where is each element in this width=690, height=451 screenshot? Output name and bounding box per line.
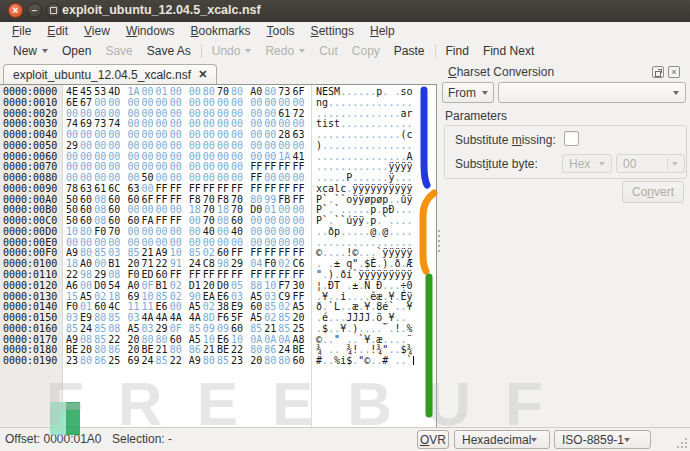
- hex-byte[interactable]: 00: [250, 98, 262, 109]
- hex-byte[interactable]: 00: [170, 98, 182, 109]
- hex-byte[interactable]: 24: [141, 356, 153, 367]
- toolbar-find-next-button[interactable]: Find Next: [476, 42, 541, 60]
- hex-byte[interactable]: 00: [94, 98, 106, 109]
- hex-byte[interactable]: 25: [108, 356, 120, 367]
- ascii-char[interactable]: .: [406, 204, 412, 215]
- hex-byte[interactable]: 09: [203, 324, 215, 335]
- hex-byte[interactable]: 00: [231, 98, 243, 109]
- toolbar-new-button[interactable]: New: [6, 42, 55, 60]
- ascii-char[interactable]: ¥: [406, 301, 412, 312]
- ascii-char[interactable]: .: [406, 97, 412, 108]
- substitute-missing-checkbox[interactable]: [564, 131, 579, 146]
- hex-byte[interactable]: 60: [292, 356, 304, 367]
- hex-byte[interactable]: 00: [189, 98, 201, 109]
- ascii-char[interactable]: c: [406, 129, 412, 140]
- hex-byte[interactable]: 20: [250, 356, 262, 367]
- hex-byte[interactable]: 00: [203, 141, 215, 152]
- hex-byte[interactable]: 88: [250, 281, 262, 292]
- ascii-char[interactable]: ÿ: [406, 194, 412, 205]
- hex-byte[interactable]: 85: [278, 324, 290, 335]
- resize-grip[interactable]: [677, 438, 687, 448]
- hex-byte[interactable]: 00: [141, 141, 153, 152]
- hex-byte[interactable]: 85: [94, 324, 106, 335]
- ascii-char[interactable]: .: [406, 226, 412, 237]
- ascii-char[interactable]: ÿ: [406, 247, 412, 258]
- ascii-char[interactable]: r: [406, 108, 412, 119]
- hex-byte[interactable]: 00: [127, 98, 139, 109]
- window-maximize-button[interactable]: [46, 3, 61, 18]
- hex-byte[interactable]: 00: [278, 98, 290, 109]
- hex-byte[interactable]: 00: [264, 141, 276, 152]
- hex-byte[interactable]: 00: [156, 141, 168, 152]
- hex-byte[interactable]: 22: [170, 356, 182, 367]
- toolbar-open-button[interactable]: Open: [55, 42, 98, 60]
- hex-byte[interactable]: 80: [80, 356, 92, 367]
- overwrite-mode-button[interactable]: OVR: [417, 430, 449, 449]
- hex-byte[interactable]: 00: [217, 141, 229, 152]
- menu-tools[interactable]: Tools: [259, 23, 303, 39]
- ascii-char[interactable]: ÿ: [406, 183, 412, 194]
- hex-byte[interactable]: 08: [108, 324, 120, 335]
- toolbar-save-as-button[interactable]: Save As: [140, 42, 198, 60]
- menu-windows[interactable]: Windows: [118, 23, 183, 39]
- hex-byte[interactable]: D0: [94, 281, 106, 292]
- hex-byte[interactable]: 05: [231, 281, 243, 292]
- hex-byte[interactable]: 29: [156, 324, 168, 335]
- toolbar-find-button[interactable]: Find: [439, 42, 476, 60]
- hex-byte[interactable]: 00: [250, 141, 262, 152]
- hex-byte[interactable]: A5: [127, 324, 139, 335]
- hex-byte[interactable]: 60: [231, 324, 243, 335]
- value-coding-select[interactable]: Hexadecimal: [454, 430, 550, 449]
- ascii-char[interactable]: ¾: [406, 344, 412, 355]
- ascii-char[interactable]: ¨: [406, 334, 412, 345]
- ascii-char[interactable]: ÿ: [406, 269, 412, 280]
- hex-byte[interactable]: 00: [94, 141, 106, 152]
- hex-byte[interactable]: 00: [80, 141, 92, 152]
- hex-byte[interactable]: A6: [66, 281, 78, 292]
- hex-byte[interactable]: 00: [156, 98, 168, 109]
- hex-byte[interactable]: 80: [278, 356, 290, 367]
- ascii-char[interactable]: .: [406, 118, 412, 129]
- hex-byte[interactable]: 00: [189, 141, 201, 152]
- hex-byte[interactable]: 86: [94, 356, 106, 367]
- hex-byte[interactable]: 80: [264, 356, 276, 367]
- hex-editor-view[interactable]: 0000:00004E45534D1A00010000807080A080736…: [0, 84, 437, 428]
- panel-close-icon[interactable]: ×: [668, 66, 680, 78]
- hex-byte[interactable]: 67: [80, 98, 92, 109]
- hex-byte[interactable]: 85: [66, 324, 78, 335]
- menu-bookmarks[interactable]: Bookmarks: [183, 23, 259, 39]
- ascii-char[interactable]: A: [406, 151, 412, 162]
- hex-byte[interactable]: 23: [66, 356, 78, 367]
- ascii-char[interactable]: [406, 312, 412, 323]
- ascii-char[interactable]: 0: [406, 280, 412, 291]
- hex-byte[interactable]: 29: [66, 141, 78, 152]
- hex-byte[interactable]: 00: [141, 98, 153, 109]
- hex-byte[interactable]: 00: [127, 141, 139, 152]
- hex-byte[interactable]: 0F: [170, 324, 182, 335]
- hex-byte[interactable]: 85: [250, 324, 262, 335]
- hex-byte[interactable]: 03: [141, 324, 153, 335]
- hex-byte[interactable]: A0: [127, 281, 139, 292]
- hex-byte[interactable]: 00: [80, 281, 92, 292]
- hex-byte[interactable]: 09: [217, 324, 229, 335]
- hex-byte[interactable]: D1: [189, 281, 201, 292]
- ascii-char[interactable]: .: [406, 237, 412, 248]
- hex-byte[interactable]: 85: [217, 356, 229, 367]
- hex-byte[interactable]: 00: [108, 141, 120, 152]
- tab-exploit-file[interactable]: exploit_ubuntu_12.04.5_xcalc.nsf ✕: [3, 64, 217, 84]
- panel-float-icon[interactable]: [652, 66, 664, 78]
- menu-help[interactable]: Help: [362, 23, 403, 39]
- hex-byte[interactable]: 30: [292, 281, 304, 292]
- hex-byte[interactable]: 10: [264, 281, 276, 292]
- ascii-char[interactable]: %: [406, 323, 412, 334]
- hex-byte[interactable]: 85: [156, 356, 168, 367]
- hex-byte[interactable]: 0F: [141, 281, 153, 292]
- toolbar-paste-button[interactable]: Paste: [387, 42, 432, 60]
- from-dropdown-button[interactable]: From: [442, 82, 494, 103]
- hex-byte[interactable]: 00: [264, 98, 276, 109]
- ascii-char[interactable]: ÿ: [406, 291, 412, 302]
- window-close-button[interactable]: ×: [8, 3, 23, 18]
- hex-byte[interactable]: A9: [189, 356, 201, 367]
- menu-file[interactable]: File: [4, 23, 39, 39]
- menu-view[interactable]: View: [76, 23, 118, 39]
